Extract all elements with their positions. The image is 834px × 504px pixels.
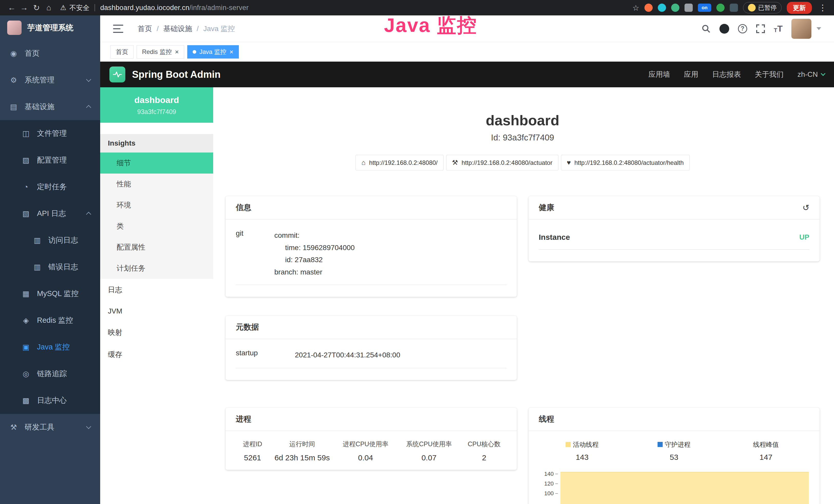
sba-nav-about[interactable]: 关于我们 xyxy=(755,70,784,79)
extension-icon-2[interactable] xyxy=(658,4,666,12)
sba-menu-environment[interactable]: 环境 xyxy=(100,194,213,216)
github-icon[interactable] xyxy=(720,24,729,33)
health-url: http://192.168.0.2:48080/actuator/health xyxy=(574,159,684,166)
sidebar-item-label: 定时任务 xyxy=(37,182,67,192)
instance-header[interactable]: dashboard 93a3fc7f7409 xyxy=(100,87,213,123)
doc-icon: ▥ xyxy=(32,236,42,245)
home-icon: ⌂ xyxy=(361,159,366,167)
sba-menu-caches[interactable]: 缓存 xyxy=(100,344,213,366)
sidebar-item-system-mgmt[interactable]: ⚙ 系统管理 xyxy=(0,67,100,93)
close-icon[interactable]: × xyxy=(229,48,234,55)
sidebar-item-label: 文件管理 xyxy=(37,129,67,139)
chrome-update-button[interactable]: 更新 xyxy=(787,2,812,14)
daemon-threads-swatch xyxy=(658,442,663,447)
sba-menu-config-props[interactable]: 配置属性 xyxy=(100,237,213,258)
sidebar-item-scheduled-tasks[interactable]: ◔ 定时任务 xyxy=(0,174,100,200)
service-url-button[interactable]: ⌂ http://192.168.0.2:48080/ xyxy=(355,155,444,170)
breadcrumb-separator: / xyxy=(157,25,159,33)
sba-root-list: 日志 JVM 映射 缓存 xyxy=(100,279,213,366)
sidebar-collapse-icon[interactable] xyxy=(113,25,123,33)
startup-value: 2021-04-27T00:44:31.254+08:00 xyxy=(295,349,400,361)
active-dot xyxy=(193,50,196,54)
bookmark-star-icon[interactable]: ☆ xyxy=(632,3,639,12)
database-icon: ▦ xyxy=(21,289,31,298)
chart-plot-area xyxy=(559,471,812,504)
help-icon[interactable]: ? xyxy=(738,24,747,33)
monitor-icon: ▣ xyxy=(21,343,31,351)
extension-icon-7[interactable] xyxy=(730,4,738,12)
tab-home[interactable]: 首页 xyxy=(110,45,134,59)
browser-chrome: ← → ↻ ⌂ ⚠ 不安全 dashboard.yudao.iocoder.cn… xyxy=(0,0,834,16)
sba-menu-logs[interactable]: 日志 xyxy=(100,279,213,301)
sba-nav-wallboard[interactable]: 应用墙 xyxy=(649,70,670,79)
vue-devtools-icon[interactable] xyxy=(671,4,679,12)
process-col-sys-cpu: 系统CPU使用率 xyxy=(399,438,459,452)
sba-menu-metrics[interactable]: 性能 xyxy=(100,174,213,194)
breadcrumb-home[interactable]: 首页 xyxy=(138,24,152,33)
app-logo[interactable]: 芋道管理系统 xyxy=(0,16,100,40)
sidebar-item-file-mgmt[interactable]: ◫ 文件管理 xyxy=(0,120,100,147)
sba-nav-applications[interactable]: 应用 xyxy=(684,70,698,79)
sidebar-item-home[interactable]: ◉ 首页 xyxy=(0,40,100,67)
font-size-big-t: T xyxy=(777,24,783,33)
threads-chart: 140 120 100 xyxy=(536,471,812,504)
health-instance-row[interactable]: Instance UP xyxy=(539,229,810,250)
tab-redis-monitor[interactable]: Redis 监控 × xyxy=(137,45,184,59)
security-chip[interactable]: ⚠ 不安全 xyxy=(60,3,89,12)
process-val-pid: 5261 xyxy=(233,452,272,466)
sidebar-item-access-logs[interactable]: ▥ 访问日志 xyxy=(0,227,100,254)
address-bar[interactable]: dashboard.yudao.iocoder.cn/infra/admin-s… xyxy=(100,4,249,12)
reload-icon[interactable]: ↻ xyxy=(30,3,43,13)
sba-menu-jvm[interactable]: JVM xyxy=(100,301,213,321)
extension-icon-1[interactable] xyxy=(644,4,653,12)
sidebar-item-api-logs[interactable]: ▧ API 日志 xyxy=(0,200,100,227)
sba-menu-scheduled-tasks[interactable]: 计划任务 xyxy=(100,258,213,279)
font-size-icon[interactable]: TT xyxy=(774,24,783,33)
process-val-cores: 2 xyxy=(459,452,509,466)
sidebar-item-dev-tools[interactable]: ⚒ 研发工具 xyxy=(0,414,100,441)
user-avatar[interactable] xyxy=(791,19,811,39)
tab-java-monitor[interactable]: Java 监控 × xyxy=(187,45,239,59)
clock-icon: ◔ xyxy=(21,183,31,191)
extension-icon-6[interactable] xyxy=(716,4,725,12)
sidebar-item-log-center[interactable]: ▩ 日志中心 xyxy=(0,387,100,414)
chevron-down-icon xyxy=(86,424,91,429)
url-path: /infra/admin-server xyxy=(189,4,249,12)
sidebar-item-trace[interactable]: ◎ 链路追踪 xyxy=(0,361,100,387)
sba-nav-journal[interactable]: 日志报表 xyxy=(712,70,741,79)
process-table: 进程ID 运行时间 进程CPU使用率 系统CPU使用率 CPU核心数 5261 … xyxy=(233,438,509,466)
chart-y-axis: 140 120 100 xyxy=(536,471,559,504)
browser-menu-icon[interactable]: ⋮ xyxy=(817,3,828,13)
extension-on-badge[interactable]: on xyxy=(698,4,711,12)
back-icon[interactable]: ← xyxy=(6,3,18,12)
search-icon[interactable] xyxy=(701,24,711,33)
paused-extension-chip[interactable]: 已暂停 xyxy=(743,2,782,13)
sidebar-menu: ◉ 首页 ⚙ 系统管理 ▤ 基础设施 ◫ 文件管理 ▨ 配置管理 ◔ 定时任务 xyxy=(0,40,100,441)
close-icon[interactable]: × xyxy=(175,48,179,55)
process-col-proc-cpu: 进程CPU使用率 xyxy=(332,438,399,452)
breadcrumb-infrastructure[interactable]: 基础设施 xyxy=(163,24,192,33)
extension-icon-4[interactable] xyxy=(684,4,693,12)
sidebar-item-redis-monitor[interactable]: ◈ Redis 监控 xyxy=(0,307,100,334)
sba-menu-classes[interactable]: 类 xyxy=(100,216,213,237)
git-branch-line: branch: master xyxy=(274,266,355,278)
forward-icon[interactable]: → xyxy=(18,3,30,12)
sba-menu-mappings[interactable]: 映射 xyxy=(100,321,213,344)
health-url-button[interactable]: ♥ http://192.168.0.2:48080/actuator/heal… xyxy=(561,155,690,170)
sba-menu-details[interactable]: 细节 xyxy=(100,153,213,174)
sidebar-item-error-logs[interactable]: ▥ 错误日志 xyxy=(0,254,100,280)
sidebar-item-config-mgmt[interactable]: ▨ 配置管理 xyxy=(0,147,100,174)
sidebar-item-mysql-monitor[interactable]: ▦ MySQL 监控 xyxy=(0,280,100,307)
info-card: 信息 git commit: time: 1596289704000 id: 2… xyxy=(225,196,517,297)
history-icon[interactable]: ↺ xyxy=(803,203,809,212)
home-icon[interactable]: ⌂ xyxy=(43,3,55,12)
actuator-url-button[interactable]: ⚒ http://192.168.0.2:48080/actuator xyxy=(446,155,558,170)
sidebar-item-label: 日志中心 xyxy=(37,395,67,406)
fullscreen-icon[interactable] xyxy=(756,24,765,33)
sidebar-item-infrastructure[interactable]: ▤ 基础设施 xyxy=(0,93,100,120)
redis-icon: ◈ xyxy=(21,316,31,325)
process-val-uptime: 6d 23h 15m 59s xyxy=(272,452,332,466)
sidebar-item-java-monitor[interactable]: ▣ Java 监控 xyxy=(0,334,100,361)
sba-locale-select[interactable]: zh-CN xyxy=(797,70,825,78)
breadcrumb-current: Java 监控 xyxy=(203,24,235,33)
